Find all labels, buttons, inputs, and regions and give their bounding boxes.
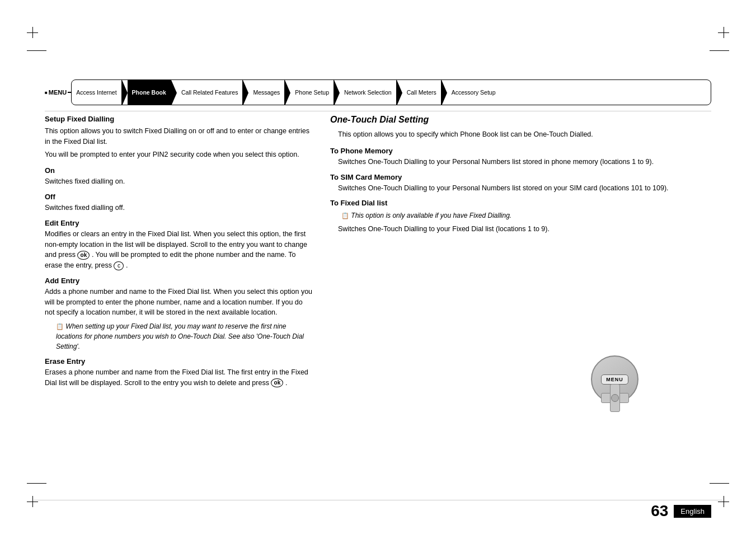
erase-entry-subsection: Erase Entry Erases a phone number and na…: [45, 357, 313, 388]
setup-fixed-dialling-body1: This option allows you to switch Fixed D…: [45, 126, 313, 147]
page-number-area: 63 English: [651, 502, 711, 520]
nav-underline: [45, 111, 711, 111]
navigation-bar: MENU Access Internet Phone Book Call Rel…: [45, 78, 711, 106]
corner-crosshair-br: [718, 496, 729, 507]
edit-entry-title: Edit Entry: [45, 219, 313, 227]
left-column: Setup Fixed Dialling This option allows …: [45, 115, 313, 500]
bottom-hline-right: [710, 483, 729, 484]
nav-items-container: Access Internet Phone Book Call Related …: [71, 79, 711, 105]
edit-entry-subsection: Edit Entry Modifies or clears an entry i…: [45, 219, 313, 271]
corner-crosshair-tr: [718, 27, 729, 38]
off-title: Off: [45, 193, 313, 201]
to-sim-card-subsection: To SIM Card Memory Switches One-Touch Di…: [330, 173, 711, 194]
to-fixed-dial-note: 📋 This option is only available if you h…: [330, 210, 711, 221]
add-entry-subsection: Add Entry Adds a phone number and name t…: [45, 277, 313, 352]
to-phone-memory-body: Switches One-Touch Dialling to your Pers…: [330, 157, 711, 167]
nav-item-accessory-setup[interactable]: Accessory Setup: [447, 80, 500, 105]
nav-arrow-6: [397, 80, 402, 105]
one-touch-title: One-Touch Dial Setting: [330, 115, 711, 125]
setup-fixed-dialling-body2: You will be prompted to enter your PIN2 …: [45, 149, 313, 160]
off-subsection: Off Switches fixed dialling off.: [45, 193, 313, 213]
nav-item-call-related[interactable]: Call Related Features: [177, 80, 243, 105]
bottom-rule: [34, 500, 722, 500]
nav-item-phone-setup[interactable]: Phone Setup: [290, 80, 334, 105]
to-sim-card-title: To SIM Card Memory: [330, 173, 711, 181]
right-column: One-Touch Dial Setting This option allow…: [330, 115, 711, 500]
nav-item-network-selection[interactable]: Network Selection: [340, 80, 397, 105]
bottom-hline-left: [27, 483, 46, 484]
edit-entry-body: Modifies or clears an entry in the Fixed…: [45, 229, 313, 271]
top-hline-right: [710, 50, 729, 51]
add-entry-note: 📋 When setting up your Fixed Dial list, …: [45, 321, 313, 352]
nav-item-messages[interactable]: Messages: [248, 80, 285, 105]
to-fixed-dial-body: Switches One-Touch Dialling to your Fixe…: [330, 224, 711, 235]
page-language: English: [674, 505, 711, 518]
corner-crosshair-tl: [27, 27, 38, 38]
erase-entry-title: Erase Entry: [45, 357, 313, 366]
ok-button-inline-1: ok: [77, 251, 90, 260]
setup-fixed-dialling-title: Setup Fixed Dialling: [45, 115, 313, 123]
to-fixed-dial-title: To Fixed Dial list: [330, 199, 711, 207]
setup-fixed-dialling-section: Setup Fixed Dialling This option allows …: [45, 115, 313, 388]
note-icon: 📋: [56, 323, 64, 330]
one-touch-body: This option allows you to specify which …: [330, 129, 711, 140]
erase-entry-body: Erases a phone number and name from the …: [45, 367, 313, 388]
to-phone-memory-subsection: To Phone Memory Switches One-Touch Diall…: [330, 147, 711, 167]
c-button-inline: c: [114, 261, 124, 270]
one-touch-section: One-Touch Dial Setting This option allow…: [330, 115, 711, 235]
ok-button-inline-2: ok: [271, 378, 283, 387]
page-number: 63: [651, 502, 668, 520]
off-body: Switches fixed dialling off.: [45, 203, 313, 213]
add-entry-title: Add Entry: [45, 277, 313, 285]
to-sim-card-body: Switches One-Touch Dialling to your Pers…: [330, 183, 711, 194]
to-phone-memory-title: To Phone Memory: [330, 147, 711, 155]
nav-item-call-meters[interactable]: Call Meters: [402, 80, 442, 105]
top-hline-left: [27, 50, 46, 51]
on-subsection: On Switches fixed dialling on.: [45, 166, 313, 187]
menu-label: MENU: [45, 89, 67, 96]
add-entry-body: Adds a phone number and name to the Fixe…: [45, 287, 313, 318]
nav-arrow-1: [122, 80, 128, 105]
nav-item-access-internet[interactable]: Access Internet: [72, 80, 121, 105]
on-body: Switches fixed dialling on.: [45, 176, 313, 187]
on-title: On: [45, 166, 313, 175]
main-content: Setup Fixed Dialling This option allows …: [45, 115, 711, 500]
nav-arrow-7: [442, 80, 447, 105]
nav-arrow-2: [171, 80, 177, 105]
to-fixed-dial-subsection: To Fixed Dial list 📋 This option is only…: [330, 199, 711, 235]
menu-button-graphic: MENU: [591, 355, 638, 403]
note-icon-2: 📋: [341, 212, 349, 219]
nav-item-phone-book[interactable]: Phone Book: [128, 80, 171, 105]
nav-arrow-4: [285, 80, 290, 105]
menu-button-label[interactable]: MENU: [601, 374, 628, 385]
corner-crosshair-bl: [27, 496, 38, 507]
nav-arrow-5: [334, 80, 340, 105]
nav-cross-graphic: [601, 384, 629, 412]
nav-arrow-3: [243, 80, 248, 105]
